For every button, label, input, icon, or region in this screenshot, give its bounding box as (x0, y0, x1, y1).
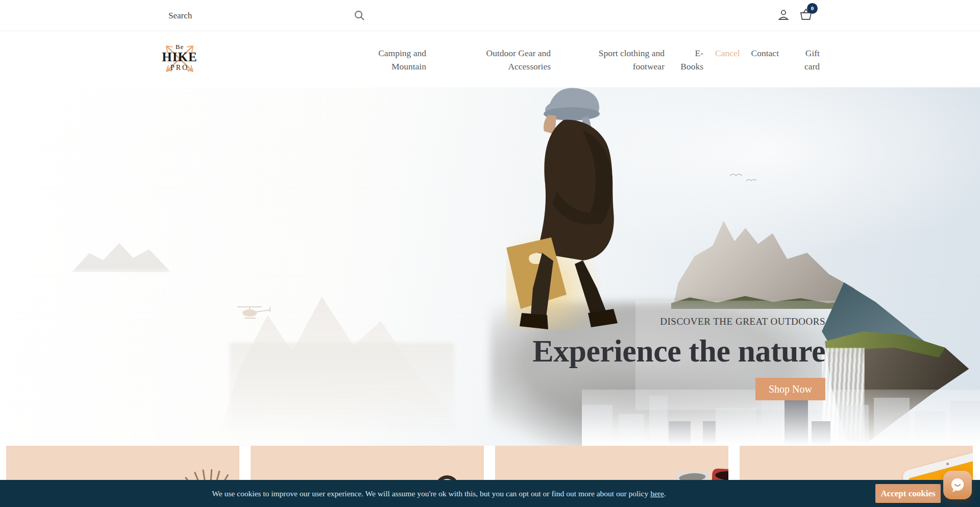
cart-button[interactable]: 0 (799, 8, 813, 21)
hero-text-block: DISCOVER THE GREAT OUTDOORS Experience t… (532, 316, 825, 400)
nav-item-outdoor-gear-and-accessories[interactable]: Outdoor Gear and Accessories (477, 46, 551, 73)
island-grass (822, 282, 980, 446)
main-nav: Camping and Mountain Outdoor Gear and Ac… (372, 46, 820, 73)
nav-item-camping-and-mountain[interactable]: Camping and Mountain (372, 46, 426, 73)
hero-title: Experience the nature (532, 334, 825, 368)
distant-teal-peak (831, 296, 860, 312)
accept-cookies-button[interactable]: Accept cookies (875, 484, 941, 503)
nav-item-e-books[interactable]: E-Books (677, 46, 703, 73)
mountains-center (673, 219, 854, 308)
chat-widget-button[interactable] (943, 471, 972, 499)
topbar-actions: 0 (777, 8, 813, 21)
green-ridge (671, 295, 856, 309)
search-icon (353, 9, 365, 21)
foreground-rocks-shadow (510, 353, 786, 446)
search-input[interactable] (168, 7, 366, 25)
logo-text: Be HIKE PRO (160, 43, 199, 71)
account-button[interactable] (777, 8, 790, 21)
hero-banner: DISCOVER THE GREAT OUTDOORS Experience t… (0, 87, 980, 446)
hero-sky (0, 87, 980, 446)
shop-now-button[interactable]: Shop Now (755, 378, 825, 400)
island-rock (822, 282, 980, 446)
search-box (168, 7, 366, 25)
cliff-left (230, 343, 454, 445)
navbar: Be HIKE PRO Camping and Mountain Outdoor… (0, 32, 980, 87)
cookie-policy-link[interactable]: here (650, 489, 664, 498)
cookie-message: We use cookies to improve our user exper… (0, 489, 878, 498)
nav-item-cancel[interactable]: Cancel (715, 46, 740, 60)
chat-bubble-icon (949, 477, 966, 493)
floating-island (822, 282, 980, 446)
search-button[interactable] (352, 9, 366, 23)
hero-kicker: DISCOVER THE GREAT OUTDOORS (532, 316, 825, 327)
page: 0 Be HIKE PRO Camping and Mountain Outdo… (0, 0, 980, 507)
topbar: 0 (0, 0, 980, 31)
foreground-rocks (490, 302, 857, 446)
far-left-ridge (71, 240, 171, 272)
logo[interactable]: Be HIKE PRO (160, 40, 199, 79)
cart-count-badge: 0 (807, 3, 818, 14)
waterfall (822, 348, 865, 446)
user-icon (777, 8, 790, 21)
birds-icon (729, 172, 760, 185)
nav-item-sport-clothing-and-footwear[interactable]: Sport clothing and footwear (590, 46, 665, 73)
trekking-poles-image (208, 469, 210, 469)
hiker-woman-illustration (506, 87, 639, 329)
island-mountain (822, 282, 980, 446)
nav-item-gift-card[interactable]: Gift card (798, 46, 820, 73)
cookie-banner: We use cookies to improve our user exper… (0, 480, 980, 507)
mountains-left (218, 287, 464, 441)
nav-item-contact[interactable]: Contact (751, 46, 779, 60)
helicopter-icon (232, 303, 275, 321)
